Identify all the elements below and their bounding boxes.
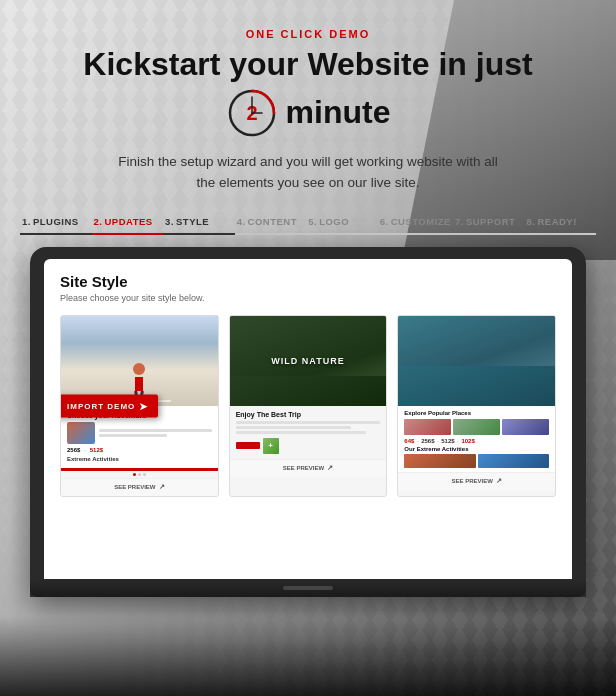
card2-overlay: WILD NATURE <box>230 316 387 406</box>
laptop-bottom-frame <box>30 579 586 597</box>
laptop-screen: Site Style Please choose your site style… <box>44 259 572 579</box>
step-4[interactable]: 4. CONTENT <box>235 210 307 235</box>
card2-image: WILD NATURE <box>230 316 387 406</box>
step-3[interactable]: 3. STYLE <box>163 210 235 235</box>
screen-subtitle: Please choose your site style below. <box>60 293 556 303</box>
headline-line1: Kickstart your Website in just <box>60 46 556 83</box>
external-link-icon-1: ↗ <box>159 483 165 491</box>
card1-footer[interactable]: SEE PREVIEW ↗ <box>61 478 218 496</box>
top-section: ONE CLICK DEMO Kickstart your Website in… <box>0 0 616 194</box>
step-1[interactable]: 1. PLUGINS <box>20 210 92 235</box>
step-7[interactable]: 7. SUPPORT <box>453 210 525 235</box>
import-demo-button[interactable]: IMPORT DEMO ➤ <box>60 394 158 417</box>
screen-content: Site Style Please choose your site style… <box>44 259 572 509</box>
card1-price1: 256$ <box>67 447 80 453</box>
card2-see-preview-label: SEE PREVIEW <box>283 465 324 471</box>
card2-title: Enjoy The Best Trip <box>236 411 381 418</box>
step-5[interactable]: 5. LOGO <box>306 210 378 235</box>
card3-footer[interactable]: SEE PREVIEW ↗ <box>398 472 555 490</box>
one-click-badge: ONE CLICK DEMO <box>60 28 556 40</box>
subtitle-text: Finish the setup wizard and you will get… <box>108 151 508 194</box>
external-link-icon-2: ↗ <box>327 464 333 472</box>
card3-explore-title: Explore Popular Places <box>404 410 549 416</box>
steps-bar: 1. PLUGINS 2. UPDATES 3. STYLE 4. CONTEN… <box>0 210 616 235</box>
demo-card-1: IMPORT DEMO ➤ <box>60 315 219 497</box>
card1-price2: 512$ <box>90 447 103 453</box>
arrow-right-icon: ➤ <box>139 400 148 411</box>
explore-img-3 <box>502 419 549 435</box>
bottom-gradient <box>0 616 616 696</box>
laptop-wrapper: Site Style Please choose your site style… <box>0 247 616 597</box>
card1-nav <box>61 471 218 478</box>
card3-price1: 64$ <box>404 438 414 444</box>
card1-see-preview-label: SEE PREVIEW <box>114 484 155 490</box>
card2-body: Enjoy The Best Trip + <box>230 406 387 459</box>
headline-line2: minute <box>286 94 391 131</box>
card3-image: DARE TO BEEXTREME! <box>398 316 555 406</box>
card1-image <box>61 316 218 406</box>
demo-card-2: WILD NATURE Enjoy The Best Trip <box>229 315 388 497</box>
demo-card-3: DARE TO BEEXTREME! Explore Popular Place… <box>397 315 556 497</box>
step-2[interactable]: 2. UPDATES <box>92 210 164 235</box>
card3-our-extreme: Our Extreme Activities <box>404 446 549 452</box>
laptop: Site Style Please choose your site style… <box>30 247 586 597</box>
step-8[interactable]: 8. READY! <box>525 210 597 235</box>
minute-row: 2 minute <box>60 87 556 139</box>
clock-icon: 2 <box>226 87 278 139</box>
card3-price3: 512$ <box>441 438 454 444</box>
external-link-icon-3: ↗ <box>496 477 502 485</box>
card1-extreme-label: Extreme Activities <box>67 456 212 462</box>
explore-img-1 <box>404 419 451 435</box>
import-demo-label: IMPORT DEMO <box>67 401 135 410</box>
card3-price2: 256$ <box>421 438 434 444</box>
demo-grid: IMPORT DEMO ➤ <box>60 315 556 497</box>
step-6[interactable]: 6. CUSTOMIZE <box>378 210 453 235</box>
card2-overlay-title: WILD NATURE <box>271 356 344 366</box>
laptop-chin <box>283 586 333 590</box>
card2-footer[interactable]: SEE PREVIEW ↗ <box>230 459 387 477</box>
card3-see-preview-label: SEE PREVIEW <box>451 478 492 484</box>
card3-explore: Explore Popular Places 64$ ·· 256$ ·· <box>398 406 555 472</box>
screen-title: Site Style <box>60 273 556 290</box>
explore-img-2 <box>453 419 500 435</box>
card3-price4: 102$ <box>461 438 474 444</box>
